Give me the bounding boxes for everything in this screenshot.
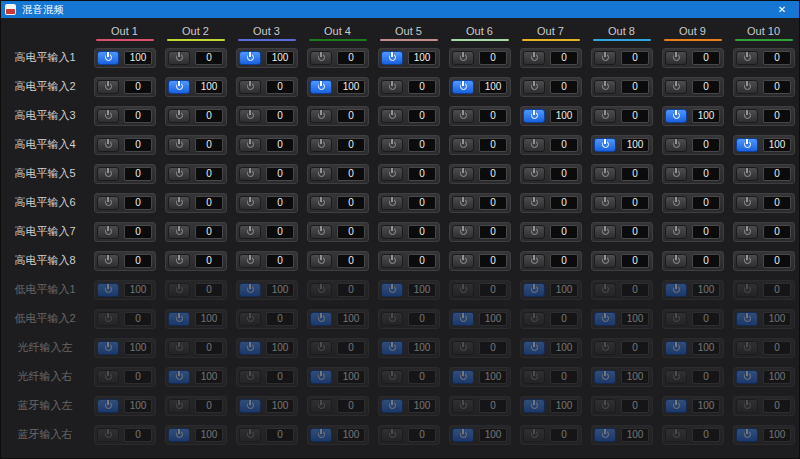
- power-toggle[interactable]: [168, 196, 190, 210]
- gain-value[interactable]: 0: [124, 138, 152, 152]
- gain-value[interactable]: 0: [337, 51, 365, 65]
- power-toggle[interactable]: [594, 51, 616, 65]
- power-toggle[interactable]: [239, 225, 261, 239]
- power-toggle[interactable]: [310, 109, 332, 123]
- power-toggle[interactable]: [452, 225, 474, 239]
- power-toggle[interactable]: [452, 167, 474, 181]
- power-toggle[interactable]: [665, 51, 687, 65]
- power-toggle[interactable]: [97, 138, 119, 152]
- gain-value[interactable]: 0: [266, 80, 294, 94]
- gain-value[interactable]: 0: [124, 109, 152, 123]
- gain-value[interactable]: 0: [550, 225, 578, 239]
- gain-value[interactable]: 100: [692, 109, 720, 123]
- gain-value[interactable]: 0: [692, 51, 720, 65]
- gain-value[interactable]: 0: [479, 51, 507, 65]
- gain-value[interactable]: 0: [408, 80, 436, 94]
- gain-value[interactable]: 0: [479, 225, 507, 239]
- gain-value[interactable]: 0: [692, 254, 720, 268]
- power-toggle[interactable]: [168, 254, 190, 268]
- gain-value[interactable]: 0: [124, 254, 152, 268]
- gain-value[interactable]: 0: [479, 167, 507, 181]
- power-toggle[interactable]: [736, 109, 758, 123]
- power-toggle[interactable]: [452, 80, 474, 94]
- power-toggle[interactable]: [523, 109, 545, 123]
- power-toggle[interactable]: [168, 225, 190, 239]
- power-toggle[interactable]: [523, 196, 545, 210]
- power-toggle[interactable]: [310, 80, 332, 94]
- power-toggle[interactable]: [239, 196, 261, 210]
- power-toggle[interactable]: [452, 51, 474, 65]
- gain-value[interactable]: 0: [550, 80, 578, 94]
- gain-value[interactable]: 0: [763, 167, 791, 181]
- power-toggle[interactable]: [310, 225, 332, 239]
- power-toggle[interactable]: [452, 254, 474, 268]
- power-toggle[interactable]: [97, 225, 119, 239]
- power-toggle[interactable]: [523, 254, 545, 268]
- gain-value[interactable]: 100: [550, 109, 578, 123]
- gain-value[interactable]: 0: [124, 167, 152, 181]
- power-toggle[interactable]: [168, 167, 190, 181]
- power-toggle[interactable]: [168, 109, 190, 123]
- gain-value[interactable]: 0: [479, 196, 507, 210]
- power-toggle[interactable]: [665, 80, 687, 94]
- power-toggle[interactable]: [523, 51, 545, 65]
- power-toggle[interactable]: [594, 138, 616, 152]
- gain-value[interactable]: 0: [337, 167, 365, 181]
- power-toggle[interactable]: [239, 138, 261, 152]
- power-toggle[interactable]: [665, 167, 687, 181]
- gain-value[interactable]: 0: [195, 138, 223, 152]
- gain-value[interactable]: 0: [763, 109, 791, 123]
- power-toggle[interactable]: [97, 167, 119, 181]
- gain-value[interactable]: 0: [266, 109, 294, 123]
- gain-value[interactable]: 0: [621, 254, 649, 268]
- power-toggle[interactable]: [594, 167, 616, 181]
- gain-value[interactable]: 0: [266, 167, 294, 181]
- gain-value[interactable]: 0: [621, 167, 649, 181]
- gain-value[interactable]: 0: [337, 254, 365, 268]
- gain-value[interactable]: 0: [763, 196, 791, 210]
- gain-value[interactable]: 0: [692, 196, 720, 210]
- gain-value[interactable]: 0: [408, 138, 436, 152]
- gain-value[interactable]: 0: [337, 196, 365, 210]
- power-toggle[interactable]: [665, 109, 687, 123]
- power-toggle[interactable]: [452, 109, 474, 123]
- gain-value[interactable]: 0: [408, 196, 436, 210]
- gain-value[interactable]: 0: [408, 109, 436, 123]
- power-toggle[interactable]: [97, 51, 119, 65]
- power-toggle[interactable]: [310, 138, 332, 152]
- power-toggle[interactable]: [736, 225, 758, 239]
- power-toggle[interactable]: [665, 225, 687, 239]
- power-toggle[interactable]: [594, 196, 616, 210]
- power-toggle[interactable]: [381, 80, 403, 94]
- power-toggle[interactable]: [594, 225, 616, 239]
- gain-value[interactable]: 0: [621, 225, 649, 239]
- gain-value[interactable]: 0: [408, 225, 436, 239]
- power-toggle[interactable]: [168, 138, 190, 152]
- power-toggle[interactable]: [736, 167, 758, 181]
- gain-value[interactable]: 0: [266, 254, 294, 268]
- power-toggle[interactable]: [381, 196, 403, 210]
- power-toggle[interactable]: [310, 196, 332, 210]
- gain-value[interactable]: 0: [479, 254, 507, 268]
- power-toggle[interactable]: [239, 51, 261, 65]
- power-toggle[interactable]: [310, 254, 332, 268]
- gain-value[interactable]: 100: [195, 80, 223, 94]
- gain-value[interactable]: 100: [408, 51, 436, 65]
- power-toggle[interactable]: [381, 254, 403, 268]
- power-toggle[interactable]: [594, 80, 616, 94]
- gain-value[interactable]: 0: [266, 196, 294, 210]
- gain-value[interactable]: 0: [763, 225, 791, 239]
- power-toggle[interactable]: [594, 254, 616, 268]
- gain-value[interactable]: 0: [337, 109, 365, 123]
- power-toggle[interactable]: [239, 109, 261, 123]
- power-toggle[interactable]: [239, 80, 261, 94]
- gain-value[interactable]: 0: [408, 167, 436, 181]
- gain-value[interactable]: 0: [621, 80, 649, 94]
- gain-value[interactable]: 100: [124, 51, 152, 65]
- power-toggle[interactable]: [97, 254, 119, 268]
- power-toggle[interactable]: [736, 138, 758, 152]
- gain-value[interactable]: 100: [266, 51, 294, 65]
- gain-value[interactable]: 0: [550, 196, 578, 210]
- power-toggle[interactable]: [594, 109, 616, 123]
- power-toggle[interactable]: [239, 254, 261, 268]
